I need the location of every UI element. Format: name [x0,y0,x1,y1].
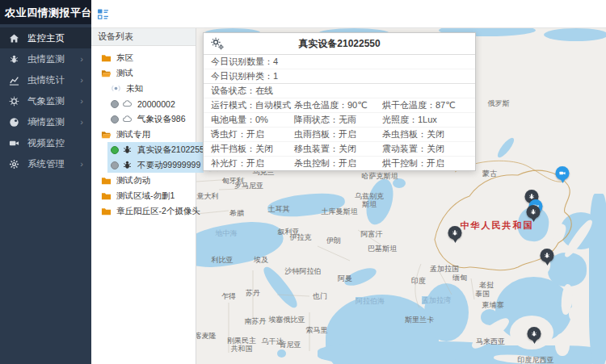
popup-data-cell: 烘干仓温度：87℃ [382,98,475,112]
map-place-label: 喀麦隆 [196,332,217,340]
tree-device-label: 20000002 [137,99,175,109]
tree-folder[interactable]: 测试 [91,65,196,81]
bug-icon [452,229,459,236]
map-sea-shape [424,283,469,341]
tree-device-label: 气象设备986 [137,114,186,125]
folder-closed-icon [101,175,112,186]
map-place-label: 乌干达 [262,337,284,345]
tree-device[interactable]: 未知 [91,81,196,96]
map-sea-shape [267,190,346,220]
tree-device[interactable]: 真实设备21022550 [91,142,196,157]
app-title: 农业四情测报平台 [0,0,91,24]
map-place-label: 意大利 [197,192,219,200]
tree-folder-label: 测试 [116,68,133,79]
chevron-right-icon: › [80,76,83,85]
folder-closed-icon [101,190,112,201]
folder-closed-icon [101,52,112,63]
sidebar: 农业四情测报平台 监控主页虫情监测›虫情统计›气象监测›墒情监测›视频监控系统管… [0,0,91,364]
map-sea-shape [196,215,286,274]
device-status-dot [111,115,119,123]
popup-data-cell: 烘干挡板：关闭 [211,142,294,156]
map-place-label: 泰国 [475,290,490,298]
map-place-label: 蒙古 [482,169,497,178]
popup-data-cell: 光照度：1Lux [382,113,475,127]
popup-data-row: 今日识别数量：4 [204,55,475,69]
sidebar-item-system-admin[interactable]: 系统管理› [0,153,91,174]
popup-data-cell: 补光灯：开启 [211,157,294,170]
map-sea-shape [343,265,379,290]
map-place-label: 埃塞俄比亚 [269,316,305,324]
video-icon [9,138,19,149]
settings-gears-icon[interactable] [211,37,224,50]
sidebar-item-insect-stats[interactable]: 虫情统计› [0,69,91,90]
tree-folder[interactable]: 测试勿动 [91,173,196,188]
map-marker-bug[interactable] [541,249,554,262]
cloud-icon [122,98,133,109]
map-sea-shape [548,253,587,287]
bug-icon [544,252,551,259]
popup-data-row: 今日识别种类：1 [204,69,475,84]
sidebar-item-label: 气象监测 [27,95,65,107]
popup-data-row: 运行模式：自动模式杀虫仓温度：90℃烘干仓温度：87℃ [204,98,475,113]
map-marker-bug[interactable] [448,226,462,240]
chevron-right-icon: › [80,97,83,106]
device-status-dot [111,161,119,169]
map-place-label: 苏丹 [246,289,260,297]
sidebar-item-monitor-home[interactable]: 监控主页 [0,27,91,48]
sidebar-item-weather-monitor[interactable]: 气象监测› [0,90,91,111]
map-place-label: 希腊 [229,209,244,217]
sidebar-item-insect-monitor[interactable]: 虫情监测› [0,48,91,69]
popup-data-cell: 杀虫仓温度：90℃ [294,98,382,112]
bug-icon [530,208,537,215]
map-marker-bug[interactable] [527,205,541,219]
tree-toggle-icon[interactable] [97,8,109,20]
popup-data-row: 设备状态：在线 [204,84,475,98]
map-sea-shape [495,136,516,160]
tree-folder[interactable]: 测试区域-勿删1 [91,188,196,203]
tree-folder-label: 测试区域-勿删1 [116,190,175,202]
sidebar-item-soil-monitor[interactable]: 墒情监测› [0,111,91,132]
map-marker-bug[interactable] [528,327,541,341]
tree-device[interactable]: 不要动99999999 [91,157,196,173]
map-place-label: 南苏丹 [245,317,267,325]
map-place-label: 阿富汗 [361,230,383,238]
map-sea-shape [260,264,301,312]
map-place-label: 缅甸 [452,274,467,282]
popup-data-cell: 杀虫挡板：关闭 [382,128,475,141]
camera-icon [559,169,566,177]
tree-folder[interactable]: 东区 [91,50,196,65]
sidebar-item-label: 墒情监测 [27,116,65,128]
sun-icon [9,96,19,107]
bug-icon [9,54,19,65]
sidebar-item-video-monitor[interactable]: 视频监控 [0,132,91,153]
bug-icon [531,330,538,337]
map-place-label: 俄罗斯 [488,99,510,107]
map-place-label: 巴基斯坦 [368,245,397,253]
map-place-label: 罗马尼亚 [234,182,263,190]
map-marker-camera[interactable] [556,166,570,180]
map-place-label: 也门 [313,292,327,300]
sidebar-item-label: 系统管理 [27,158,65,170]
popup-body: 今日识别数量：4今日识别种类：1设备状态：在线运行模式：自动模式杀虫仓温度：90… [204,55,475,170]
chart-icon [9,75,19,86]
map-place-label: 肯尼亚 [280,341,301,349]
tree-device[interactable]: 20000002 [91,96,196,111]
map-island-shape [555,333,570,356]
tree-folder[interactable]: 章丘阳丘区-2个摄像头 [91,203,196,219]
map-island-shape [569,306,583,322]
device-list-title: 设备列表 [91,28,196,46]
map-place-label: 刚果民主 共和国 [227,337,256,353]
sidebar-item-label: 虫情监测 [27,53,65,65]
tree-folder-label: 测试专用 [116,129,150,140]
tree-device[interactable]: 气象设备986 [91,111,196,127]
tree-folder[interactable]: 测试专用 [91,127,196,142]
signal-icon [111,83,121,94]
map-place-label: 印度 [411,277,426,285]
tree-folder-label: 章丘阳丘区-2个摄像头 [116,206,200,217]
map-place-label: 乍得 [221,292,236,300]
folder-open-icon [101,129,112,140]
tree-device-label: 未知 [126,83,143,94]
device-status-dot [111,146,119,154]
sidebar-item-label: 视频监控 [27,137,65,149]
map-place-label: 索马里 [306,326,328,334]
